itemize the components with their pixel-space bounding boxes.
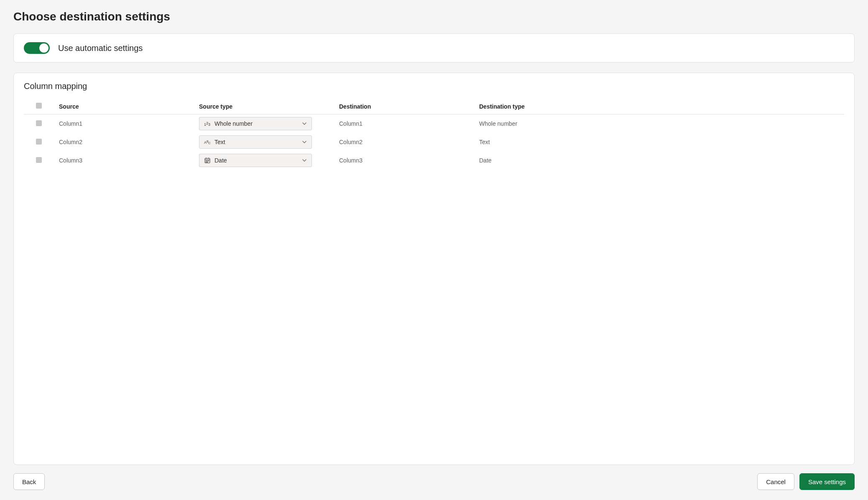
source-type-select[interactable]: A B C Text	[199, 135, 312, 149]
source-type-label: Date	[214, 157, 298, 164]
text-icon: A B C	[204, 138, 211, 146]
toggle-knob	[39, 43, 49, 53]
cancel-button[interactable]: Cancel	[757, 473, 794, 490]
chevron-down-icon	[301, 157, 307, 163]
calendar-icon	[204, 157, 211, 164]
destination-cell: Column1	[334, 114, 474, 133]
source-type-label: Whole number	[214, 120, 298, 127]
row-checkbox[interactable]	[36, 120, 42, 126]
back-button[interactable]: Back	[13, 473, 45, 490]
destination-type-cell: Whole number	[474, 114, 844, 133]
table-row: Column1 1 2 3 Whole number	[24, 114, 844, 133]
source-type-select[interactable]: Date	[199, 154, 312, 167]
source-cell: Column2	[54, 133, 194, 151]
table-row: Column3	[24, 151, 844, 170]
header-destination-type: Destination type	[474, 99, 844, 114]
select-all-checkbox[interactable]	[36, 103, 42, 109]
auto-settings-row: Use automatic settings	[24, 42, 844, 54]
svg-rect-11	[207, 160, 208, 161]
header-source-type: Source type	[194, 99, 334, 114]
chevron-down-icon	[301, 139, 307, 145]
row-checkbox[interactable]	[36, 139, 42, 145]
table-header-row: Source Source type Destination Destinati…	[24, 99, 844, 114]
page-title: Choose destination settings	[13, 10, 855, 23]
column-mapping-title: Column mapping	[24, 81, 844, 91]
auto-settings-toggle[interactable]	[24, 42, 50, 54]
footer-bar: Back Cancel Save settings	[13, 473, 855, 490]
column-mapping-table-wrap: Source Source type Destination Destinati…	[24, 99, 844, 456]
row-checkbox[interactable]	[36, 157, 42, 163]
svg-rect-10	[206, 160, 207, 161]
table-row: Column2 A B C Text	[24, 133, 844, 151]
source-type-select[interactable]: 1 2 3 Whole number	[199, 117, 312, 130]
svg-rect-13	[206, 162, 207, 162]
source-cell: Column1	[54, 114, 194, 133]
source-cell: Column3	[54, 151, 194, 170]
svg-rect-14	[207, 162, 208, 162]
auto-settings-label: Use automatic settings	[58, 43, 143, 53]
number-icon: 1 2 3	[204, 120, 211, 127]
destination-type-cell: Date	[474, 151, 844, 170]
column-mapping-card: Column mapping Source Source type Destin…	[13, 73, 855, 465]
source-type-label: Text	[214, 139, 298, 145]
svg-text:3: 3	[208, 122, 210, 127]
chevron-down-icon	[301, 121, 307, 127]
auto-settings-card: Use automatic settings	[13, 33, 855, 63]
header-checkbox-cell	[24, 99, 54, 114]
save-settings-button[interactable]: Save settings	[799, 473, 855, 490]
header-source: Source	[54, 99, 194, 114]
svg-text:C: C	[208, 141, 211, 145]
svg-rect-12	[208, 160, 209, 161]
destination-cell: Column3	[334, 151, 474, 170]
column-mapping-table: Source Source type Destination Destinati…	[24, 99, 844, 170]
destination-type-cell: Text	[474, 133, 844, 151]
destination-cell: Column2	[334, 133, 474, 151]
header-destination: Destination	[334, 99, 474, 114]
